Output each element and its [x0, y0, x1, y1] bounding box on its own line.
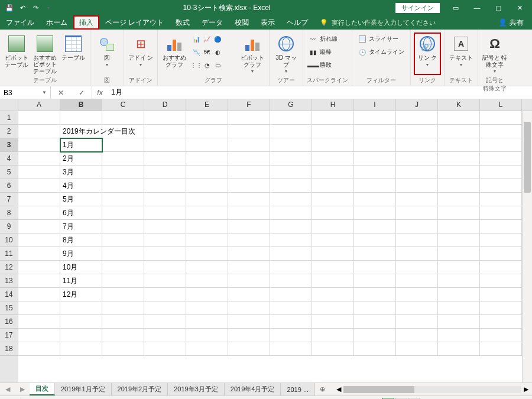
cell-F7[interactable] [228, 193, 270, 206]
cell-G1[interactable] [270, 111, 312, 125]
cell-A5[interactable] [18, 166, 60, 179]
cell-I14[interactable] [354, 288, 396, 301]
cell-D11[interactable] [144, 247, 186, 261]
cell-K4[interactable] [438, 152, 480, 166]
col-header-K[interactable]: K [438, 99, 480, 111]
sheet-prev-icon[interactable]: ◀ [5, 385, 10, 393]
tell-me-search[interactable]: 💡 実行したい作業を入力してください [314, 15, 442, 30]
timeline-button[interactable]: 🕒タイムライン [356, 46, 407, 58]
pivotchart-button[interactable]: ピボットグラフ▼ [239, 33, 265, 74]
cell-J3[interactable] [396, 138, 438, 152]
cell-L4[interactable] [480, 152, 522, 166]
cell-B10[interactable]: 8月 [60, 233, 102, 247]
cell-B1[interactable] [60, 111, 102, 125]
cell-E6[interactable] [186, 179, 228, 193]
cell-C13[interactable] [102, 274, 144, 288]
cell-F13[interactable] [228, 274, 270, 288]
cell-E9[interactable] [186, 220, 228, 233]
cell-L6[interactable] [480, 179, 522, 193]
cell-G10[interactable] [270, 233, 312, 247]
cell-B2[interactable]: 2019年カレンダー目次 [60, 125, 102, 138]
symbols-button[interactable]: Ω記号と 特殊文字▼ [482, 33, 508, 74]
cell-C14[interactable] [102, 288, 144, 301]
row-header-3[interactable]: 3 [0, 138, 18, 152]
cell-K11[interactable] [438, 247, 480, 261]
col-header-G[interactable]: G [270, 99, 312, 111]
recommended-charts-button[interactable]: おすすめ グラフ [161, 33, 187, 74]
cell-E13[interactable] [186, 274, 228, 288]
cell-L12[interactable] [480, 261, 522, 274]
cell-D10[interactable] [144, 233, 186, 247]
cell-J17[interactable] [396, 329, 438, 342]
row-header-6[interactable]: 6 [0, 179, 18, 193]
cell-L8[interactable] [480, 206, 522, 220]
namebox-dropdown-icon[interactable]: ▼ [42, 90, 47, 95]
cell-H4[interactable] [312, 152, 354, 166]
cell-C8[interactable] [102, 206, 144, 220]
cell-F8[interactable] [228, 206, 270, 220]
cell-F18[interactable] [228, 342, 270, 356]
col-header-E[interactable]: E [186, 99, 228, 111]
share-button[interactable]: 👤 共有 [490, 15, 532, 30]
cell-L16[interactable] [480, 315, 522, 329]
tab-view[interactable]: 表示 [255, 15, 281, 30]
maximize-icon[interactable]: ▢ [488, 1, 508, 14]
row-header-18[interactable]: 18 [0, 342, 18, 356]
qat-dropdown-icon[interactable]: ▼ [44, 3, 53, 12]
cell-C10[interactable] [102, 233, 144, 247]
sheet-tab[interactable]: 2019年1月予定 [55, 383, 112, 395]
close-icon[interactable]: ✕ [510, 1, 530, 14]
cell-I10[interactable] [354, 233, 396, 247]
cell-C3[interactable] [102, 138, 144, 152]
cell-D9[interactable] [144, 220, 186, 233]
cell-C17[interactable] [102, 329, 144, 342]
cell-E3[interactable] [186, 138, 228, 152]
cell-K15[interactable] [438, 301, 480, 315]
cell-F14[interactable] [228, 288, 270, 301]
cell-L9[interactable] [480, 220, 522, 233]
name-box[interactable]: B3▼ [0, 86, 51, 99]
cell-H1[interactable] [312, 111, 354, 125]
cell-J14[interactable] [396, 288, 438, 301]
cell-E4[interactable] [186, 152, 228, 166]
cell-H16[interactable] [312, 315, 354, 329]
cell-D13[interactable] [144, 274, 186, 288]
tab-insert[interactable]: 挿入 [73, 15, 99, 30]
vertical-scrollbar[interactable] [522, 111, 532, 382]
slicer-button[interactable]: スライサー [356, 33, 407, 45]
cell-E15[interactable] [186, 301, 228, 315]
cell-K1[interactable] [438, 111, 480, 125]
cell-D7[interactable] [144, 193, 186, 206]
row-header-15[interactable]: 15 [0, 301, 18, 315]
cell-G12[interactable] [270, 261, 312, 274]
cell-E1[interactable] [186, 111, 228, 125]
cell-F11[interactable] [228, 247, 270, 261]
cell-L17[interactable] [480, 329, 522, 342]
cell-F16[interactable] [228, 315, 270, 329]
cell-B9[interactable]: 7月 [60, 220, 102, 233]
cell-D12[interactable] [144, 261, 186, 274]
cell-C11[interactable] [102, 247, 144, 261]
cell-K7[interactable] [438, 193, 480, 206]
vscroll-thumb[interactable] [524, 122, 531, 193]
new-sheet-button[interactable]: ⊕ [315, 383, 329, 395]
cell-H11[interactable] [312, 247, 354, 261]
cell-J13[interactable] [396, 274, 438, 288]
cell-G9[interactable] [270, 220, 312, 233]
cell-L18[interactable] [480, 342, 522, 356]
cell-J12[interactable] [396, 261, 438, 274]
cell-A9[interactable] [18, 220, 60, 233]
cell-L2[interactable] [480, 125, 522, 138]
cell-G18[interactable] [270, 342, 312, 356]
link-button[interactable]: リン ク▼ [414, 33, 440, 74]
cell-A18[interactable] [18, 342, 60, 356]
cell-H3[interactable] [312, 138, 354, 152]
cell-H7[interactable] [312, 193, 354, 206]
cell-G8[interactable] [270, 206, 312, 220]
cells-region[interactable]: 2019年カレンダー目次1月2月3月4月5月6月7月8月9月10月11月12月 [18, 111, 522, 382]
cell-D17[interactable] [144, 329, 186, 342]
sheet-nav-buttons[interactable]: ◀▶ [0, 383, 30, 395]
cell-L3[interactable] [480, 138, 522, 152]
chart-types-gallery[interactable]: 📊📈🔵 📉🗺◐ ⋮⋮◔▭ [190, 33, 237, 71]
redo-icon[interactable]: ↷ [31, 3, 40, 12]
